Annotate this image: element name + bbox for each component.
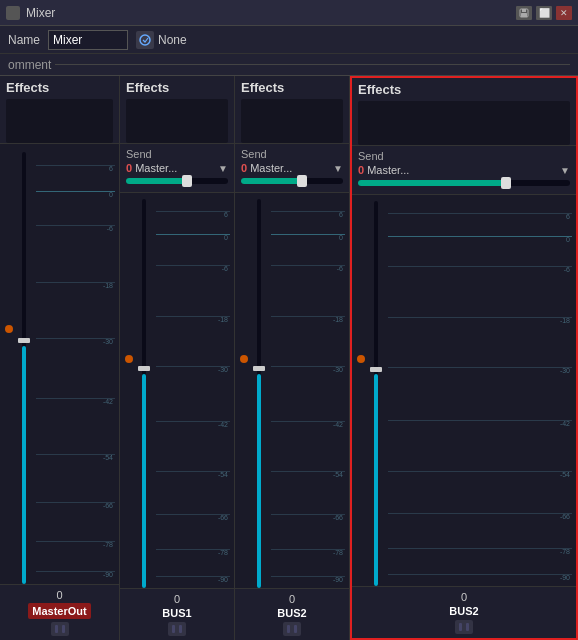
send-arrow-bus2h[interactable]: ▼ [560,165,570,176]
mark-m30-masterout: -30 [103,338,113,345]
level-marks-bus1: 6 0 -6 -18 -30 -42 -54 -66 -78 -90 [156,199,230,588]
mark-m6-masterout: -6 [107,225,113,232]
channel-icon-bus2[interactable] [283,622,301,636]
channel-bus2: Effects Send 0 Master... ▼ [235,76,350,640]
fader-fill-masterout [22,346,26,584]
effects-section-bus2: Effects [235,76,349,144]
toolbar: Name None [0,26,578,54]
send-slider-fill-bus2 [241,178,302,184]
fader-handle-masterout[interactable] [18,338,30,343]
send-dest-bus2: Master... [250,162,330,174]
level-indicator-bus2h [357,355,365,363]
effects-box-bus2[interactable] [241,99,343,143]
mark-m90-bus1: -90 [218,576,228,583]
send-number-bus2: 0 [241,162,247,174]
send-arrow-bus1[interactable]: ▼ [218,163,228,174]
mark-m78-bus2: -78 [333,549,343,556]
effects-section-bus1: Effects [120,76,234,144]
fader-track-masterout[interactable] [16,152,32,584]
channel-bottom-bus2: 0 BUS2 [235,588,349,640]
channel-value-bus2: 0 [241,593,343,605]
fader-fill-bus2 [257,374,261,588]
channel-icon-bus2h[interactable] [455,620,473,634]
send-label-bus1: Send [126,148,228,160]
level-marks-masterout: 6 0 -6 -18 -30 -42 -54 -66 -78 -90 [36,152,115,584]
icon-label: None [158,33,187,47]
restore-button[interactable]: ⬜ [536,6,552,20]
mark-m78-masterout: -78 [103,541,113,548]
icon-selector[interactable]: None [136,31,187,49]
fader-track-bus2h[interactable] [368,201,384,586]
fader-handle-bus2h[interactable] [370,367,382,372]
send-slider-handle-bus1[interactable] [182,175,192,187]
name-input[interactable] [48,30,128,50]
send-slider-handle-bus2h[interactable] [501,177,511,189]
channel-icon-masterout[interactable] [51,622,69,636]
mixer-area: Effects 6 0 -6 -18 [0,76,578,640]
mark-m42-bus2: -42 [333,421,343,428]
mark-m66-bus1: -66 [218,514,228,521]
effects-box-bus2h[interactable] [358,101,570,145]
mark-m42-masterout: -42 [103,398,113,405]
send-number-bus2h: 0 [358,164,364,176]
svg-rect-15 [466,623,469,631]
mark-m90-bus2: -90 [333,576,343,583]
send-slider-fill-bus1 [126,178,187,184]
channel-name-bus2h: BUS2 [449,605,478,617]
effects-label-masterout: Effects [6,80,113,95]
fader-handle-bus2[interactable] [253,366,265,371]
save-button[interactable] [516,6,532,20]
send-number-bus1: 0 [126,162,132,174]
channel-bottom-bus2h: 0 BUS2 [352,586,576,638]
mark-6-bus1: 6 [224,211,228,218]
send-slider-bus2[interactable] [241,178,343,184]
send-slider-fill-bus2h [358,180,506,186]
send-slider-bus2h[interactable] [358,180,570,186]
svg-rect-5 [55,625,58,633]
channel-name-bus2: BUS2 [277,607,306,619]
channel-bottom-bus1: 0 BUS1 [120,588,234,640]
channel-icon-bus1[interactable] [168,622,186,636]
mark-0-masterout: 0 [109,191,113,198]
mark-m6-bus2: -6 [337,265,343,272]
level-indicator-masterout [5,325,13,333]
channel-value-bus1: 0 [126,593,228,605]
fader-fill-bus2h [374,374,378,586]
fader-track-bus1[interactable] [136,199,152,588]
send-dest-bus1: Master... [135,162,215,174]
mark-m18-masterout: -18 [103,282,113,289]
svg-rect-9 [179,625,182,633]
svg-rect-6 [62,625,65,633]
send-label-bus2: Send [241,148,343,160]
mark-m54-bus1: -54 [218,471,228,478]
svg-rect-12 [294,625,297,633]
window-title: Mixer [26,6,55,20]
close-button[interactable]: ✕ [556,6,572,20]
send-slider-bus1[interactable] [126,178,228,184]
effects-box-masterout[interactable] [6,99,113,143]
fader-handle-bus1[interactable] [138,366,150,371]
svg-rect-1 [522,9,526,12]
mark-m30-bus2: -30 [333,366,343,373]
effects-label-bus2: Effects [241,80,343,95]
effects-section-masterout: Effects [0,76,119,144]
fader-track-bus2[interactable] [251,199,267,588]
send-section-bus2h: Send 0 Master... ▼ [352,146,576,195]
fader-section-bus2: 6 0 -6 -18 -30 -42 -54 -66 -78 -90 [235,193,349,588]
svg-rect-8 [172,625,175,633]
svg-rect-11 [287,625,290,633]
send-arrow-bus2[interactable]: ▼ [333,163,343,174]
fader-section-masterout: 6 0 -6 -18 -30 -42 -54 -66 -78 -90 [0,144,119,584]
mark-m18-bus1: -18 [218,316,228,323]
channel-bus2-highlighted: Effects Send 0 Master... ▼ [350,76,578,640]
comment-label: omment [8,58,51,72]
send-section-bus1: Send 0 Master... ▼ [120,144,234,193]
send-slider-handle-bus2[interactable] [297,175,307,187]
mark-m78-bus1: -78 [218,549,228,556]
effects-box-bus1[interactable] [126,99,228,143]
fader-fill-bus1 [142,374,146,588]
effects-label-bus2h: Effects [358,82,570,97]
effects-label-bus1: Effects [126,80,228,95]
channel-value-masterout: 0 [6,589,113,601]
svg-point-3 [140,35,150,45]
